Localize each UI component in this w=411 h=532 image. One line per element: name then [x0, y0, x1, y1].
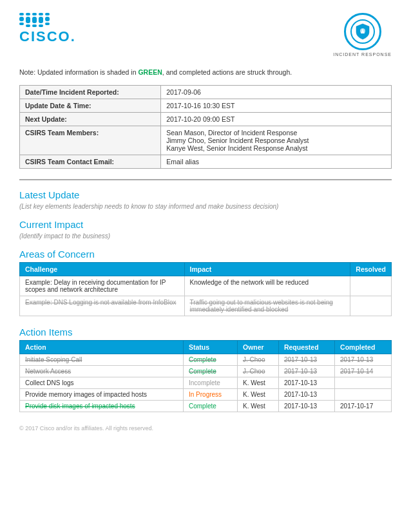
action-row: Collect DNS logsIncompleteK. West2017-10…: [20, 377, 392, 389]
action-row: Provide memory images of impacted hostsI…: [20, 389, 392, 401]
header: CISCO. INCIDENT RESPONSE: [19, 13, 392, 57]
concern-cell-impact: Traffic going out to malicious websites …: [184, 296, 350, 316]
info-table-row: Update Date & Time:2017-10-16 10:30 EST: [20, 99, 392, 113]
action-cell-requested: 2017-10-13: [278, 401, 334, 412]
action-table: ActionStatusOwnerRequestedCompleted Init…: [19, 340, 392, 412]
action-cell-completed: [335, 389, 392, 401]
latest-update-title: Latest Update: [19, 189, 392, 200]
action-cell-requested: 2017-10-13: [278, 389, 334, 401]
action-cell-completed: 2017-10-13: [335, 354, 392, 366]
info-label: Next Update:: [20, 113, 161, 126]
action-cell-status: Complete: [183, 366, 237, 377]
concern-header: Impact: [184, 263, 350, 276]
action-row: Initiate Scoping CallCompleteJ. Choo2017…: [20, 354, 392, 366]
action-cell-owner: K. West: [238, 377, 279, 389]
ir-circle: [344, 13, 381, 50]
action-cell-owner: K. West: [238, 401, 279, 412]
info-label: CSIRS Team Contact Email:: [20, 155, 161, 169]
action-items-section: Action Items ActionStatusOwnerRequestedC…: [19, 327, 392, 412]
concern-row: Example: Delay in receiving documentatio…: [20, 276, 392, 296]
action-header: Status: [183, 341, 237, 354]
info-value: 2017-10-16 10:30 EST: [161, 99, 392, 113]
info-table-row: CSIRS Team Members:Sean Mason, Director …: [20, 126, 392, 155]
info-label: Update Date & Time:: [20, 99, 161, 113]
info-value: Sean Mason, Director of Incident Respons…: [161, 126, 392, 155]
action-cell-owner: K. West: [238, 389, 279, 401]
areas-of-concern-section: Areas of Concern ChallengeImpactResolved…: [19, 249, 392, 316]
concern-header: Challenge: [20, 263, 185, 276]
action-cell-requested: 2017-10-13: [278, 366, 334, 377]
action-cell-requested: 2017-10-13: [278, 377, 334, 389]
ir-inner: [350, 19, 375, 44]
ir-label: INCIDENT RESPONSE: [333, 52, 392, 57]
concern-row: Example: DNS Logging is not available fr…: [20, 296, 392, 316]
info-table: Date/Time Incident Reported:2017-09-06Up…: [19, 85, 392, 169]
info-table-row: CSIRS Team Contact Email:Email alias: [20, 155, 392, 169]
info-value: Email alias: [161, 155, 392, 169]
concern-cell-resolved: [350, 296, 392, 316]
current-impact-section: Current Impact (Identify impact to the b…: [19, 219, 392, 240]
action-cell-action: Initiate Scoping Call: [20, 354, 184, 366]
action-cell-status: Incomplete: [183, 377, 237, 389]
areas-of-concern-title: Areas of Concern: [19, 249, 392, 260]
action-header: Owner: [238, 341, 279, 354]
action-items-title: Action Items: [19, 327, 392, 337]
action-row: Network AccessCompleteJ. Choo2017-10-132…: [20, 366, 392, 377]
action-cell-action: Network Access: [20, 366, 184, 377]
latest-update-subtitle: (List key elements leadership needs to k…: [19, 203, 392, 210]
action-cell-owner: J. Choo: [238, 366, 279, 377]
concern-cell-challenge: Example: Delay in receiving documentatio…: [20, 276, 185, 296]
concern-cell-challenge: Example: DNS Logging is not available fr…: [20, 296, 185, 316]
action-header: Requested: [278, 341, 334, 354]
action-cell-action: Provide memory images of impacted hosts: [20, 389, 184, 401]
action-cell-completed: 2017-10-14: [335, 366, 392, 377]
footer-note: © 2017 Cisco and/or its affiliates. All …: [19, 425, 392, 432]
action-cell-owner: J. Choo: [238, 354, 279, 366]
info-table-row: Next Update:2017-10-20 09:00 EST: [20, 113, 392, 126]
action-cell-completed: 2017-10-17: [335, 401, 392, 412]
latest-update-section: Latest Update (List key elements leaders…: [19, 189, 392, 210]
shield-icon: [356, 23, 370, 40]
action-header: Completed: [335, 341, 392, 354]
info-value: 2017-09-06: [161, 86, 392, 99]
info-label: CSIRS Team Members:: [20, 126, 161, 155]
current-impact-subtitle: (Identify impact to the business): [19, 233, 392, 240]
action-cell-requested: 2017-10-13: [278, 354, 334, 366]
concern-table: ChallengeImpactResolved Example: Delay i…: [19, 262, 392, 316]
action-cell-action: Provide disk images of impacted hosts: [20, 401, 184, 412]
cisco-logo: CISCO.: [19, 13, 76, 45]
action-cell-status: Complete: [183, 401, 237, 412]
info-table-row: Date/Time Incident Reported:2017-09-06: [20, 86, 392, 99]
concern-cell-impact: Knowledge of the network will be reduced: [184, 276, 350, 296]
info-label: Date/Time Incident Reported:: [20, 86, 161, 99]
info-value: 2017-10-20 09:00 EST: [161, 113, 392, 126]
action-cell-completed: [335, 377, 392, 389]
current-impact-title: Current Impact: [19, 219, 392, 230]
action-cell-status: Complete: [183, 354, 237, 366]
divider: [19, 179, 392, 180]
note-text: Note: Updated information is shaded in G…: [19, 68, 392, 76]
concern-header: Resolved: [350, 263, 392, 276]
action-header: Action: [20, 341, 184, 354]
action-cell-action: Collect DNS logs: [20, 377, 184, 389]
action-row: Provide disk images of impacted hostsCom…: [20, 401, 392, 412]
cisco-bars: [19, 13, 50, 27]
cisco-wordmark: CISCO.: [19, 28, 76, 45]
action-cell-status: In Progress: [183, 389, 237, 401]
incident-response-logo: INCIDENT RESPONSE: [333, 13, 392, 57]
concern-cell-resolved: [350, 276, 392, 296]
